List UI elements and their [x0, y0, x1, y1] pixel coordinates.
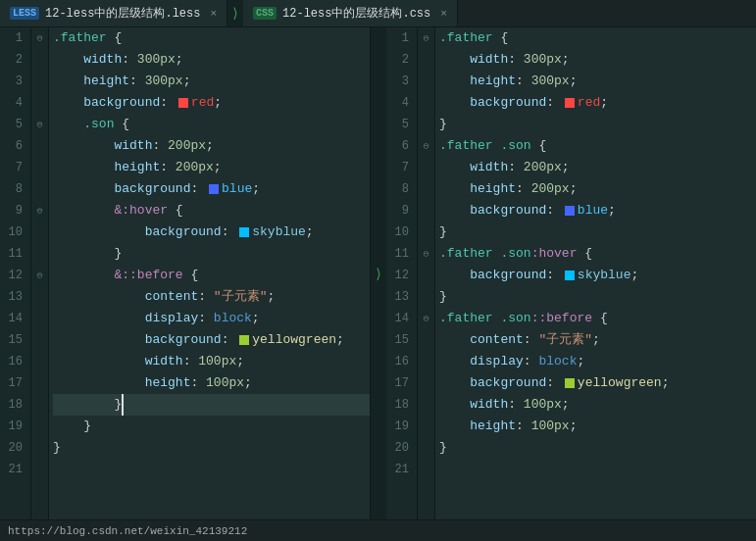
css-code-line-18: width: 100px;	[439, 394, 756, 416]
less-code-area[interactable]: 1 2 3 4 5 6 7 8 9 10 11 12 13 14 15 16 1	[0, 27, 370, 519]
editor: LESS 12-less中的层级结构.less × ⟩ CSS 12-less中…	[0, 0, 756, 541]
ln-9: 9	[8, 200, 23, 221]
css-gutter-14[interactable]: ⊖	[418, 308, 434, 329]
css-ln-9: 9	[394, 200, 409, 221]
css-gutter-3	[418, 71, 434, 92]
css-code-line-1: .father {	[439, 27, 756, 49]
css-gutter-5	[418, 114, 434, 135]
css-code-line-8: height: 200px;	[439, 178, 756, 200]
code-line-l14: display: block;	[53, 308, 370, 329]
css-ln-13: 13	[394, 286, 409, 308]
css-ln-8: 8	[394, 178, 409, 200]
gutter-13	[31, 286, 48, 308]
css-gutter-19	[418, 416, 434, 437]
css-gutter-1[interactable]: ⊖	[418, 27, 434, 49]
ln-18: 18	[8, 394, 23, 416]
ln-12: 12	[8, 265, 23, 286]
ln-6: 6	[8, 135, 23, 157]
gutter-12[interactable]: ⊖	[31, 265, 48, 286]
ln-10: 10	[8, 221, 23, 243]
css-ln-5: 5	[394, 114, 409, 135]
css-gutter-18	[418, 394, 434, 416]
css-ln-14: 14	[394, 308, 409, 329]
css-gutter-15	[418, 329, 434, 351]
css-ln-17: 17	[394, 372, 409, 394]
css-ln-3: 3	[394, 71, 409, 92]
gutter-16	[31, 351, 48, 372]
css-gutter-8	[418, 178, 434, 200]
css-ln-12: 12	[394, 265, 409, 286]
css-gutter-7	[418, 157, 434, 178]
css-gutter-2	[418, 49, 434, 71]
code-line-l6: width: 200px;	[53, 135, 370, 157]
gutter-9[interactable]: ⊖	[31, 200, 48, 221]
css-code-line-16: display: block;	[439, 351, 756, 372]
css-gutter-17	[418, 372, 434, 394]
css-code-line-13: }	[439, 286, 756, 308]
css-code-line-10: }	[439, 221, 756, 243]
less-line-numbers: 1 2 3 4 5 6 7 8 9 10 11 12 13 14 15 16 1	[0, 27, 31, 519]
css-ln-21: 21	[394, 459, 409, 480]
gutter-5[interactable]: ⊖	[31, 114, 48, 135]
ln-17: 17	[8, 372, 23, 394]
panel-divider: ⟩	[227, 0, 243, 26]
gutter-10	[31, 221, 48, 243]
gutter-21	[31, 459, 48, 480]
css-gutter-11[interactable]: ⊖	[418, 243, 434, 265]
ln-13: 13	[8, 286, 23, 308]
css-ln-15: 15	[394, 329, 409, 351]
css-code-line-17: background: yellowgreen;	[439, 372, 756, 394]
ln-3: 3	[8, 71, 23, 92]
less-code-lines: .father { width: 300px; height: 300px; b…	[49, 27, 370, 519]
css-code-line-3: height: 300px;	[439, 71, 756, 92]
code-line-l5: .son {	[53, 114, 370, 135]
css-gutter-6[interactable]: ⊖	[418, 135, 434, 157]
code-line-l11: }	[53, 243, 370, 265]
code-line-l7: height: 200px;	[53, 157, 370, 178]
code-line-l12: &::before {	[53, 265, 370, 286]
ln-8: 8	[8, 178, 23, 200]
tab-less[interactable]: LESS 12-less中的层级结构.less ×	[0, 0, 227, 26]
css-ln-18: 18	[394, 394, 409, 416]
ln-2: 2	[8, 49, 23, 71]
css-code-line-2: width: 300px;	[439, 49, 756, 71]
ln-21: 21	[8, 459, 23, 480]
code-line-l8: background: blue;	[53, 178, 370, 200]
css-code-line-19: height: 100px;	[439, 416, 756, 437]
css-code-line-9: background: blue;	[439, 200, 756, 221]
tab-css[interactable]: CSS 12-less中的层级结构.css ×	[243, 0, 458, 26]
code-line-l1: .father {	[53, 27, 370, 49]
gutter-18	[31, 394, 48, 416]
gutter-1[interactable]: ⊖	[31, 27, 48, 49]
center-divider: ⟩	[371, 27, 386, 519]
css-code-line-7: width: 200px;	[439, 157, 756, 178]
css-ln-6: 6	[394, 135, 409, 157]
css-ln-16: 16	[394, 351, 409, 372]
code-line-l17: height: 100px;	[53, 372, 370, 394]
tab-less-close[interactable]: ×	[210, 8, 217, 20]
css-line-numbers: 1 2 3 4 5 6 7 8 9 10 11 12 13 14 15 16 1	[386, 27, 418, 519]
status-url: https://blog.csdn.net/weixin_42139212	[8, 525, 247, 537]
css-code-lines: .father { width: 300px; height: 300px; b…	[435, 27, 756, 519]
css-ln-10: 10	[394, 221, 409, 243]
css-code-line-11: .father .son:hover {	[439, 243, 756, 265]
css-code-line-20: }	[439, 437, 756, 459]
gutter-15	[31, 329, 48, 351]
css-gutter-12	[418, 265, 434, 286]
css-ln-7: 7	[394, 157, 409, 178]
css-icon: CSS	[253, 7, 277, 20]
code-line-l18: }​	[53, 394, 370, 416]
code-line-l10: background: skyblue;	[53, 221, 370, 243]
css-gutter: ⊖ ⊖ ⊖ ⊖	[418, 27, 435, 519]
code-line-l13: content: "子元素";	[53, 286, 370, 308]
css-code-area[interactable]: 1 2 3 4 5 6 7 8 9 10 11 12 13 14 15 16 1	[386, 27, 756, 519]
ln-16: 16	[8, 351, 23, 372]
gutter-20	[31, 437, 48, 459]
tab-css-close[interactable]: ×	[440, 8, 447, 20]
css-gutter-9	[418, 200, 434, 221]
gutter-6	[31, 135, 48, 157]
gutter-2	[31, 49, 48, 71]
ln-19: 19	[8, 416, 23, 437]
status-bar: https://blog.csdn.net/weixin_42139212	[0, 519, 756, 541]
css-gutter-4	[418, 92, 434, 114]
